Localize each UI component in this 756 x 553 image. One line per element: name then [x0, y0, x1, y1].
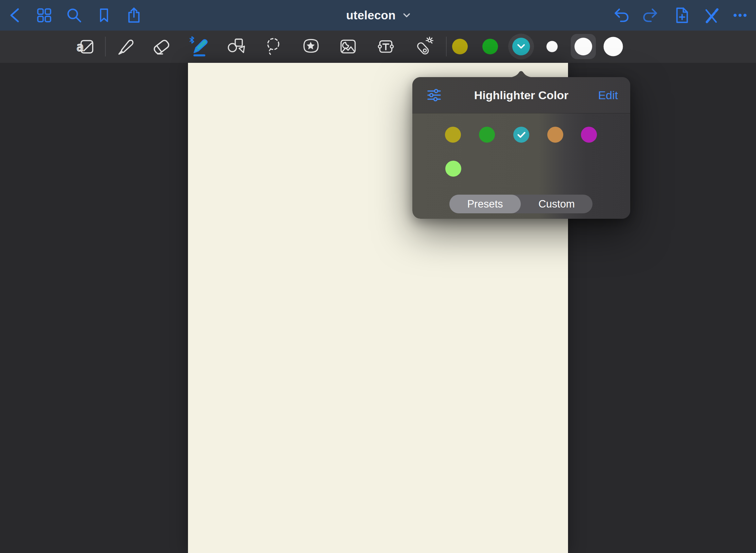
thumbnails-grid-icon [36, 7, 53, 24]
tool-edit-mode-toggle[interactable]: a [76, 37, 96, 56]
page-title: utelecon [346, 8, 396, 22]
presets-custom-segmented-control: Presets Custom [449, 195, 592, 213]
tool-stickers[interactable] [301, 37, 321, 56]
checkmark-icon [517, 131, 526, 138]
image-icon [338, 37, 358, 56]
stroke-size-small[interactable] [547, 41, 558, 52]
lasso-icon [264, 37, 284, 56]
stroke-size-large[interactable] [604, 37, 623, 56]
popover-title: Highlighter Color [474, 89, 569, 102]
document-title-dropdown[interactable]: utelecon [346, 8, 410, 22]
laser-pointer-icon [414, 37, 434, 56]
back-button[interactable] [4, 4, 25, 26]
edit-presets-button[interactable]: Edit [598, 89, 618, 102]
sticker-star-icon [301, 37, 321, 56]
add-page-icon [673, 6, 690, 24]
pencil-x-icon [702, 7, 719, 24]
pen-icon [115, 37, 134, 56]
redo-icon [642, 7, 659, 24]
selected-color-circle [512, 38, 530, 55]
color-swatch-teal-selected[interactable] [508, 34, 534, 59]
search-button[interactable] [63, 4, 85, 26]
top-nav: utelecon [0, 0, 756, 31]
stroke-settings-button[interactable] [427, 88, 442, 103]
add-page-button[interactable] [670, 4, 692, 26]
thumbnails-button[interactable] [33, 4, 55, 26]
text-icon [376, 37, 396, 56]
tool-shapes[interactable] [226, 37, 245, 56]
tool-pen[interactable] [115, 37, 134, 56]
share-button[interactable] [123, 4, 145, 26]
preset-color-green[interactable] [479, 127, 495, 143]
share-icon [125, 6, 142, 24]
edit-mode-toggle-icon: a [76, 37, 96, 56]
preset-color-teal-selected[interactable] [513, 127, 529, 143]
popover-header: Highlighter Color Edit [412, 77, 630, 113]
preset-color-light-green[interactable] [445, 161, 461, 177]
app-window: utelecon a [0, 0, 756, 553]
toolbar-divider [105, 37, 106, 56]
highlighter-color-popover: Highlighter Color Edit Presets Custom [412, 77, 630, 219]
chevron-down-icon [517, 44, 526, 49]
undo-icon [613, 7, 630, 24]
preset-color-magenta[interactable] [581, 127, 597, 143]
tool-laser-pointer[interactable] [414, 37, 434, 56]
tool-highlighter[interactable] [188, 36, 210, 57]
preset-color-orange[interactable] [547, 127, 563, 143]
tool-text[interactable] [376, 37, 396, 56]
bookmark-button[interactable] [93, 4, 115, 26]
tool-bar: a [0, 31, 756, 63]
search-icon [66, 7, 83, 24]
stroke-size-medium-selected[interactable] [571, 34, 596, 59]
eraser-icon [152, 37, 171, 56]
toolbar-divider [446, 37, 447, 56]
tab-presets[interactable]: Presets [449, 195, 521, 213]
tool-image[interactable] [338, 37, 358, 56]
tool-eraser[interactable] [152, 37, 171, 56]
back-icon [7, 6, 22, 24]
svg-text:a: a [76, 40, 84, 54]
redo-button[interactable] [639, 4, 661, 26]
chevron-down-icon [403, 13, 410, 17]
shapes-icon [226, 37, 245, 56]
more-button[interactable] [729, 4, 751, 26]
stroke-size-dot [574, 38, 592, 55]
stop-editing-button[interactable] [700, 4, 722, 26]
color-swatch-olive[interactable] [452, 39, 468, 54]
preset-color-olive[interactable] [445, 127, 461, 143]
color-swatch-green[interactable] [482, 39, 498, 54]
sliders-icon [427, 88, 442, 103]
undo-button[interactable] [611, 4, 632, 26]
tab-custom[interactable]: Custom [521, 195, 592, 213]
highlighter-icon [188, 36, 210, 57]
more-ellipsis-icon [732, 7, 749, 24]
bookmark-icon [96, 7, 112, 24]
popover-caret [507, 67, 535, 77]
canvas-area [0, 63, 756, 553]
tool-lasso[interactable] [264, 37, 284, 56]
